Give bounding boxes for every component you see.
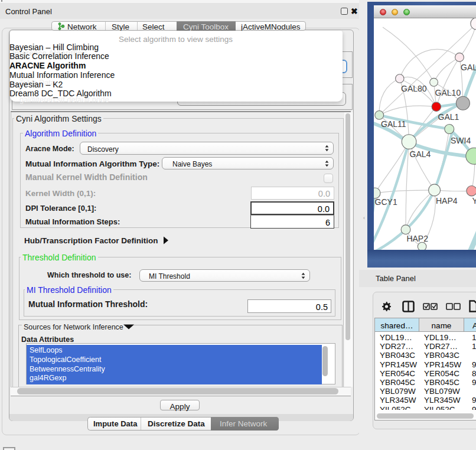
svg-text:GAL11: GAL11 [381,119,406,129]
svg-text:SWI4: SWI4 [451,136,471,145]
svg-text:GAL10: GAL10 [435,88,461,97]
svg-text:Y: Y [472,196,476,206]
svg-text:GAL7: GAL7 [461,63,476,72]
svg-text:GAL4: GAL4 [410,149,431,159]
svg-text:GAL80: GAL80 [401,84,427,93]
svg-text:HAP2: HAP2 [406,234,428,243]
svg-text:GAL1: GAL1 [438,112,459,122]
svg-text:HAP4: HAP4 [436,196,458,206]
svg-text:GCY1: GCY1 [375,197,397,207]
